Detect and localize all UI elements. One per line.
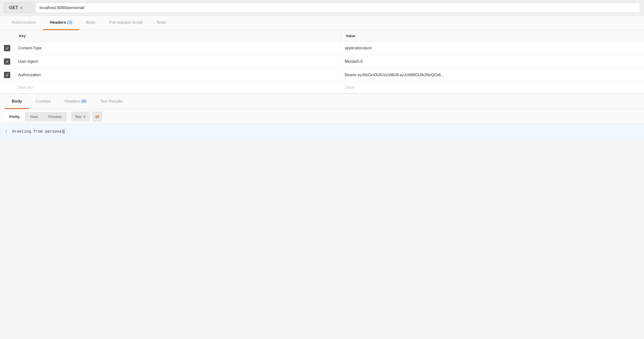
row3-value[interactable]: Bearer eyJhbGciOiJIUzUxMiJ9.eyJzdWliOiJi… [341, 68, 644, 82]
row3-checkbox-cell: ✓ [0, 68, 14, 82]
response-tabs: Body Cookies Headers (9) Test Results [0, 94, 644, 109]
row2-key[interactable]: User-Agent [14, 55, 341, 68]
line-number-1: 1 [0, 130, 12, 134]
method-selector[interactable]: GET ∨ [4, 2, 36, 13]
cursor [64, 130, 64, 134]
tab-body[interactable]: Body [79, 16, 102, 30]
method-chevron-icon: ∨ [20, 6, 22, 10]
type-label: Text [75, 114, 82, 119]
code-content-1[interactable]: Greeting from personal [12, 130, 64, 134]
table-row: ✓ Content-Type application/json [0, 42, 644, 55]
table-row: ✓ Authorization Bearer eyJhbGciOiJIUzUxM… [0, 68, 644, 82]
row1-checkbox[interactable]: ✓ [4, 45, 10, 51]
row2-checkbox[interactable]: ✓ [4, 58, 10, 65]
format-pretty-button[interactable]: Pretty [4, 112, 25, 121]
code-line-1: 1 Greeting from personal [0, 128, 644, 135]
type-chevron-icon: ∨ [83, 114, 86, 119]
row3-key[interactable]: Authorization [14, 68, 341, 82]
row1-value[interactable]: application/json [341, 42, 644, 55]
url-bar: GET ∨ [0, 0, 644, 16]
response-tab-test-results[interactable]: Test Results [93, 94, 130, 109]
tab-tests[interactable]: Tests [150, 16, 173, 30]
wrap-button[interactable]: ⇄ [92, 112, 102, 122]
response-tab-body[interactable]: Body [5, 94, 29, 109]
method-label: GET [9, 5, 18, 10]
request-tabs: Authorization Headers (3) Body Pre-reque… [0, 16, 644, 30]
response-tab-headers[interactable]: Headers (9) [58, 94, 93, 109]
tab-prerequest[interactable]: Pre-request Script [102, 16, 150, 30]
format-raw-button[interactable]: Raw [25, 112, 43, 121]
headers-table: Key Value ✓ Content-Type application/jso… [0, 30, 644, 93]
new-key-placeholder[interactable]: New key [14, 82, 341, 93]
tab-headers[interactable]: Headers (3) [43, 16, 79, 30]
checkbox-col-header [0, 30, 14, 42]
row2-checkbox-cell: ✓ [0, 55, 14, 68]
code-area: 1 Greeting from personal [0, 124, 644, 139]
response-tab-cookies[interactable]: Cookies [29, 94, 58, 109]
type-selector[interactable]: Text ∨ [71, 112, 90, 121]
wrap-icon: ⇄ [95, 114, 100, 120]
row1-key[interactable]: Content-Type [14, 42, 341, 55]
format-group: Pretty Raw Preview [4, 112, 67, 121]
value-col-header: Value [341, 30, 644, 42]
new-key-row: New key Value [0, 82, 644, 93]
headers-section: Key Value ✓ Content-Type application/jso… [0, 30, 644, 94]
key-col-header: Key [14, 30, 341, 42]
format-bar: Pretty Raw Preview Text ∨ ⇄ [0, 109, 644, 124]
row3-checkbox[interactable]: ✓ [4, 72, 10, 78]
new-value-placeholder[interactable]: Value [341, 82, 644, 93]
row1-checkbox-cell: ✓ [0, 42, 14, 55]
table-row: ✓ User-Agent Mozila/5.0 [0, 55, 644, 68]
format-preview-button[interactable]: Preview [43, 112, 67, 121]
url-input[interactable] [36, 3, 640, 13]
tab-authorization[interactable]: Authorization [5, 16, 43, 30]
row2-value[interactable]: Mozila/5.0 [341, 55, 644, 68]
